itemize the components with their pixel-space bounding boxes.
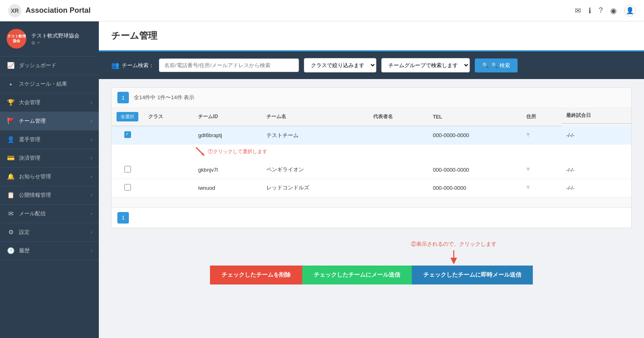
chevron-icon: › [91, 137, 92, 142]
page-title-bar: チーム管理 [99, 21, 644, 51]
row-address: 〒 [521, 161, 561, 179]
sidebar-org: テスト軟球協会 テスト軟式野球協会 会 ↗ [0, 21, 99, 56]
annotation-row: ①クリックして選択します [112, 145, 631, 161]
eye-icon[interactable]: ◉ [610, 6, 617, 15]
row-class [143, 126, 193, 145]
row-last-game: -/-/- [561, 126, 631, 145]
sidebar: テスト軟球協会 テスト軟式野球協会 会 ↗ 📈 ダッシュボード ▪ スケジュール… [0, 21, 99, 338]
sidebar-item-settings[interactable]: ⚙ 設定 › [0, 223, 99, 242]
sidebar-item-public-info[interactable]: 📋 公開情報管理 › [0, 186, 99, 205]
chevron-icon: › [91, 248, 92, 254]
search-button[interactable]: 🔍 🔍 検索 [475, 58, 518, 72]
email-teams-button[interactable]: チェックしたチームにメール送信 [302, 266, 412, 284]
payment-icon: 💳 [7, 154, 15, 162]
sidebar-item-label: チーム管理 [19, 117, 46, 125]
dashboard-icon: 📈 [7, 62, 15, 69]
table-info: 全14件中 1件〜14件 表示 [134, 94, 194, 101]
table-header: 1 全14件中 1件〜14件 表示 [112, 88, 631, 108]
schedule-icon: ▪ [7, 81, 15, 88]
instant-email-teams-button[interactable]: チェックしたチームに即時メール送信 [412, 266, 533, 284]
user-icon[interactable]: 👤 [624, 5, 636, 16]
chevron-icon: › [91, 192, 92, 198]
sidebar-item-notice[interactable]: 🔔 お知らせ管理 › [0, 168, 99, 186]
search-label: 👥 チーム検索： [111, 61, 154, 69]
col-tel: TEL [428, 108, 521, 126]
sidebar-item-label: メール配信 [19, 210, 46, 217]
chevron-icon: › [91, 118, 92, 124]
table-row: iwnuod レッドコンドルズ 000-000-0000 〒 -/-/- [112, 179, 631, 197]
row-team-id: gdt6braptj [193, 126, 261, 145]
col-last-game: 最終試合日 [561, 108, 631, 124]
sidebar-item-label: 大会管理 [19, 99, 40, 106]
bottom-annotation-text: ②表示されるので、クリックします [99, 236, 644, 248]
notice-icon: 🔔 [7, 173, 15, 180]
search-bar: 👥 チーム検索： クラスで絞り込みます チームグループで検索します 🔍 🔍 検索 [99, 51, 644, 79]
search-input[interactable] [159, 58, 299, 72]
page-bottom-1-button[interactable]: 1 [117, 212, 129, 224]
bottom-arrow [99, 248, 644, 266]
settings-icon: ⚙ [7, 228, 15, 236]
player-icon: 👤 [7, 136, 15, 143]
table-row: gdt6braptj テストチーム 000-0000-0000 〒 -/-/- [112, 126, 631, 145]
row-last-game: -/-/- [561, 161, 631, 179]
group-filter-select[interactable]: チームグループで検索します [381, 58, 470, 72]
sidebar-item-label: 決済管理 [19, 154, 40, 162]
sidebar-item-label: 公開情報管理 [19, 191, 51, 199]
org-avatar: テスト軟球協会 [7, 29, 26, 49]
sidebar-item-team[interactable]: 🚩 チーム管理 › [0, 112, 99, 131]
sidebar-item-history[interactable]: 🕐 履歴 › [0, 242, 99, 260]
table-row: gkbnjv7l ペンギライオン 000-0000-0000 〒 -/-/- [112, 161, 631, 179]
row-rep-name [368, 126, 428, 145]
row-checkbox[interactable] [124, 166, 131, 172]
sidebar-item-payment[interactable]: 💳 決済管理 › [0, 149, 99, 168]
topbar-icons: ✉ ℹ ? ◉ 👤 [575, 5, 636, 16]
table-header-row: 全選択 クラス チームID チーム名 代表者名 TEL 住所 最終試合日 [112, 108, 631, 126]
row-tel: 000-000-0000 [428, 179, 521, 197]
row-rep-name [368, 161, 428, 179]
sidebar-item-player[interactable]: 👤 選手管理 › [0, 131, 99, 149]
sidebar-item-label: ダッシュボード [19, 62, 56, 69]
select-all-button[interactable]: 全選択 [117, 112, 138, 121]
annotation-click-text: ①クリックして選択します [194, 145, 267, 158]
chevron-icon: › [91, 100, 92, 105]
row-checkbox-cell[interactable] [112, 126, 143, 145]
topbar: XR Association Portal ✉ ℹ ? ◉ 👤 [0, 0, 644, 21]
row-checkbox-cell[interactable] [112, 179, 143, 197]
search-icon: 🔍 [482, 62, 489, 68]
row-team-id: iwnuod [193, 179, 261, 197]
info-icon[interactable]: ℹ [588, 6, 591, 15]
row-checkbox-cell[interactable] [112, 161, 143, 179]
col-rep-name: 代表者名 [368, 108, 428, 126]
logo-icon: XR [8, 4, 21, 17]
row-team-name: ペンギライオン [261, 161, 368, 179]
row-rep-name [368, 179, 428, 197]
pagination-bottom: 1 [112, 207, 631, 228]
checked-checkbox[interactable] [124, 131, 131, 138]
annotation-wrapper: 全選択 クラス チームID チーム名 代表者名 TEL 住所 最終試合日 [112, 108, 631, 207]
sidebar-item-tournament[interactable]: 🏆 大会管理 › [0, 93, 99, 112]
team-table: 全選択 クラス チームID チーム名 代表者名 TEL 住所 最終試合日 [112, 108, 631, 207]
row-tel: 000-0000-0000 [428, 161, 521, 179]
delete-teams-button[interactable]: チェックしたチームを削除 [210, 266, 302, 284]
sidebar-item-mail[interactable]: ✉ メール配信 › [0, 205, 99, 223]
mail-icon[interactable]: ✉ [575, 6, 581, 15]
table-row-partial [112, 197, 631, 207]
row-class [143, 179, 193, 197]
chevron-icon: › [91, 174, 92, 179]
page-title: チーム管理 [111, 30, 632, 42]
class-filter-select[interactable]: クラスで絞り込みます [304, 58, 376, 72]
col-class: クラス [143, 108, 193, 126]
sidebar-item-dashboard[interactable]: 📈 ダッシュボード [0, 56, 99, 75]
chevron-icon: › [91, 211, 92, 217]
layout: テスト軟球協会 テスト軟式野球協会 会 ↗ 📈 ダッシュボード ▪ スケジュール… [0, 21, 644, 338]
org-name: テスト軟式野球協会 会 ↗ [31, 32, 79, 46]
row-team-name: テストチーム [261, 126, 368, 145]
help-icon[interactable]: ? [599, 6, 603, 15]
table-section: 1 全14件中 1件〜14件 表示 全選択 クラス チームID チーム名 代表者… [111, 87, 632, 228]
page-1-button[interactable]: 1 [117, 92, 129, 103]
row-address: 〒 [521, 179, 561, 197]
chevron-icon: › [91, 229, 92, 235]
row-checkbox[interactable] [124, 184, 131, 191]
sidebar-item-schedule[interactable]: ▪ スケジュール・結果 [0, 75, 99, 93]
org-link[interactable]: 会 ↗ [31, 40, 79, 46]
